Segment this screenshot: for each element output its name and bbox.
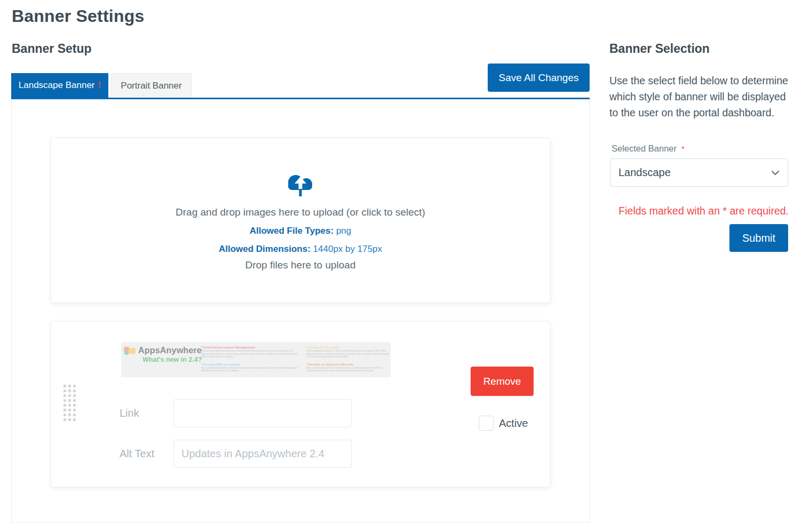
alt-text-input[interactable] <box>173 440 352 468</box>
preview-section: Zend Server License Management We've aut… <box>201 345 300 359</box>
allowed-dimensions-label: Allowed Dimensions: <box>219 244 311 254</box>
banner-setup-heading: Banner Setup <box>12 42 92 56</box>
required-fields-note: Fields marked with an * are required. <box>609 205 789 217</box>
preview-section: Restrict by Directory Records We've adde… <box>306 362 391 372</box>
preview-subtitle: What's new in 2.4? <box>142 356 202 363</box>
cloud-upload-icon <box>51 170 550 203</box>
allowed-file-types-label: Allowed File Types: <box>250 226 333 236</box>
tab-content-panel: Drag and drop images here to upload (or … <box>11 99 590 523</box>
selected-banner-select[interactable]: Landscape <box>610 158 788 187</box>
submit-button[interactable]: Submit <box>729 224 788 252</box>
banner-settings-page: Banner Settings Banner Setup Save All Ch… <box>0 0 802 532</box>
upload-instruction: Drag and drop images here to upload (or … <box>51 207 550 218</box>
banner-tabs: Landscape Banner ! Portrait Banner <box>11 73 192 98</box>
drag-handle-icon[interactable] <box>63 385 76 421</box>
selected-banner-value: Landscape <box>618 166 671 179</box>
preview-column-right: Access to User Help We've added the abil… <box>306 345 391 376</box>
tab-alert-mark: ! <box>98 80 101 91</box>
banner-selection-heading: Banner Selection <box>609 42 710 56</box>
link-input[interactable] <box>173 399 352 427</box>
banner-preview-image: AppsAnywhere What's new in 2.4? Zend Ser… <box>121 342 391 377</box>
preview-section: Access to User Help We've added the abil… <box>306 345 391 359</box>
allowed-dimensions-value: 1440px by 175px <box>313 244 383 254</box>
alt-text-label: Alt Text <box>120 440 154 468</box>
active-label: Active <box>499 416 528 431</box>
appsanywhere-logo-icon <box>124 347 137 355</box>
page-title: Banner Settings <box>12 6 144 26</box>
tab-portrait-label: Portrait Banner <box>121 81 181 91</box>
banner-item-card: AppsAnywhere What's new in 2.4? Zend Ser… <box>51 321 550 487</box>
remove-banner-button[interactable]: Remove <box>471 367 534 396</box>
chevron-down-icon <box>771 170 780 176</box>
preview-section: Restrict DMs to Laptops We've added the … <box>201 362 300 372</box>
preview-column-left: Zend Server License Management We've aut… <box>201 345 300 376</box>
selected-banner-label: Selected Banner* <box>612 144 685 154</box>
upload-dropzone[interactable]: Drag and drop images here to upload (or … <box>51 138 550 303</box>
link-label: Link <box>120 399 139 427</box>
active-checkbox[interactable] <box>479 416 494 431</box>
allowed-file-types: Allowed File Types: png <box>51 226 550 236</box>
drop-files-hint: Drop files here to upload <box>51 259 550 271</box>
tab-landscape-banner[interactable]: Landscape Banner ! <box>11 73 108 98</box>
tab-landscape-label: Landscape Banner <box>19 80 95 91</box>
required-asterisk: * <box>681 144 685 153</box>
allowed-dimensions: Allowed Dimensions: 1440px by 175px <box>51 244 550 255</box>
banner-selection-description: Use the select field below to determine … <box>609 73 791 121</box>
allowed-file-types-value: png <box>336 226 351 236</box>
tab-portrait-banner[interactable]: Portrait Banner <box>111 73 192 98</box>
save-all-changes-button[interactable]: Save All Changes <box>488 63 590 92</box>
preview-brand: AppsAnywhere <box>138 346 202 355</box>
